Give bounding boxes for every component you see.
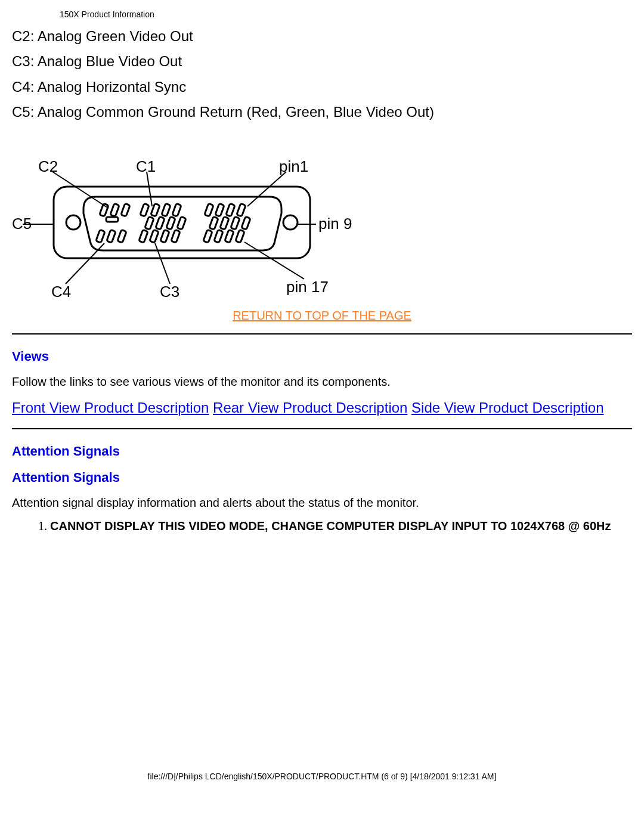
svg-rect-25 [237,203,246,216]
svg-rect-10 [140,203,149,216]
svg-rect-32 [225,230,234,243]
attention-list: CANNOT DISPLAY THIS VIDEO MODE, CHANGE C… [36,519,632,533]
svg-rect-23 [215,203,224,216]
page-footer: file:///D|/Philips LCD/english/150X/PROD… [0,772,644,788]
side-view-link[interactable]: Side View Product Description [411,400,603,416]
svg-rect-29 [242,216,250,230]
svg-rect-30 [203,230,212,243]
svg-rect-14 [145,216,154,230]
svg-line-38 [155,243,170,284]
svg-rect-7 [96,230,105,243]
label-c5: C5 [12,215,32,233]
rear-view-link[interactable]: Rear View Product Description [213,400,407,416]
svg-rect-28 [231,216,240,230]
return-to-top-link[interactable]: RETURN TO TOP OF THE PAGE [233,309,411,322]
front-view-link[interactable]: Front View Product Description [12,400,209,416]
svg-rect-26 [209,216,218,230]
svg-rect-18 [139,230,148,243]
svg-rect-31 [214,230,223,243]
label-c1: C1 [136,157,156,175]
svg-rect-22 [205,203,213,216]
svg-rect-16 [166,216,175,230]
svg-rect-20 [160,230,169,243]
pin-c4: C4: Analog Horizontal Sync [12,76,632,98]
svg-point-2 [283,215,298,230]
attention-heading-2: Attention Signals [12,470,632,485]
svg-line-34 [52,172,107,208]
svg-line-37 [66,243,104,284]
views-intro: Follow the links to see various views of… [12,375,632,389]
page-header: 150X Product Information [60,10,632,19]
label-c2: C2 [38,157,58,175]
divider [12,333,632,335]
view-links: Front View Product Description Rear View… [12,398,632,417]
connector-diagram: C2 C1 C5 C4 C3 pin1 pin 9 pin 17 [12,154,632,303]
views-heading: Views [12,349,632,364]
label-pin1: pin1 [279,157,308,175]
svg-rect-33 [236,230,244,243]
svg-line-35 [147,172,152,206]
pin-c3: C3: Analog Blue Video Out [12,50,632,73]
svg-line-41 [244,242,304,279]
svg-rect-6 [106,217,118,222]
label-c4: C4 [51,283,71,301]
svg-rect-27 [220,216,229,230]
svg-point-1 [66,215,80,230]
label-pin9: pin 9 [318,215,352,233]
label-pin17: pin 17 [286,278,329,296]
label-c3: C3 [160,283,179,301]
svg-rect-13 [172,203,181,216]
svg-rect-5 [121,203,130,216]
svg-rect-4 [110,203,119,216]
svg-rect-15 [156,216,165,230]
svg-rect-17 [177,216,186,230]
attention-heading-1: Attention Signals [12,444,632,459]
svg-rect-24 [226,203,235,216]
pin-definitions: C2: Analog Green Video Out C3: Analog Bl… [12,25,632,124]
divider [12,428,632,429]
svg-rect-19 [150,230,159,243]
attention-item-1: CANNOT DISPLAY THIS VIDEO MODE, CHANGE C… [50,519,632,533]
pin-c2: C2: Analog Green Video Out [12,25,632,48]
svg-rect-8 [107,230,116,243]
svg-rect-21 [171,230,180,243]
attention-intro: Attention signal display information and… [12,496,632,510]
svg-rect-9 [117,230,126,243]
pin-c5: C5: Analog Common Ground Return (Red, Gr… [12,101,632,123]
svg-rect-12 [162,203,171,216]
